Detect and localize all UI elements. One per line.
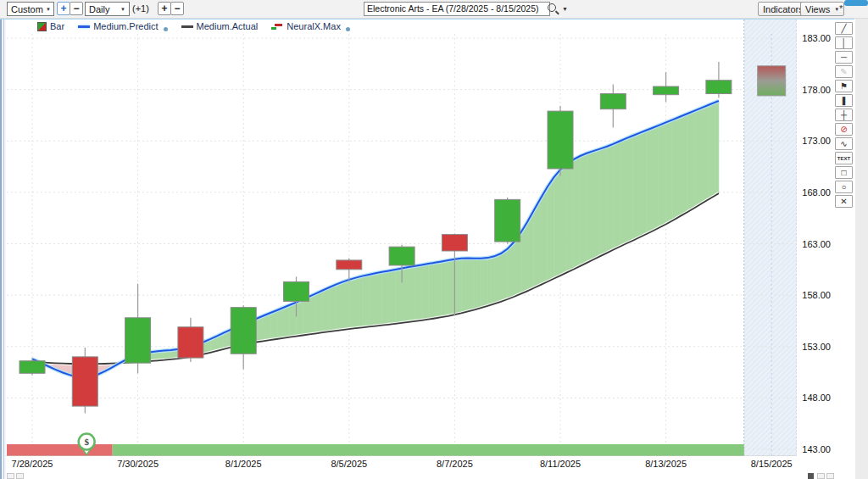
legend-label: Medium.Actual — [197, 21, 259, 31]
chevron-down-icon: ▼ — [46, 7, 51, 12]
bar-swatch-icon — [37, 22, 47, 31]
zoom-out-button[interactable]: − — [70, 2, 83, 15]
legend-item-medium-predict[interactable]: Medium.Predict — [78, 21, 167, 31]
horizontal-line-tool-icon[interactable]: ─ — [835, 51, 853, 64]
y-axis-label: 183.00 — [802, 33, 831, 43]
scroll-left-button[interactable] — [16, 473, 24, 479]
svg-text:$: $ — [84, 437, 89, 447]
vertical-line-tool-icon[interactable]: │ — [835, 36, 853, 49]
ellipse-tool-icon[interactable]: ○ — [835, 181, 853, 193]
delete-tool-icon[interactable]: ✕ — [835, 195, 853, 208]
legend-toggle-dot[interactable] — [164, 27, 168, 31]
range-combobox-value: Custom — [11, 4, 43, 14]
period-combobox[interactable]: Daily ▼ — [85, 2, 130, 16]
rectangle-tool-icon[interactable]: □ — [835, 166, 853, 179]
trendline-tool-icon[interactable]: ╱ — [835, 22, 853, 35]
x-axis-label: 8/7/2025 — [420, 459, 488, 469]
drawing-tools-palette: ╱│─✎⚑❚┼⊘∿TEXT□○✕ — [835, 22, 854, 208]
y-axis-label: 153.00 — [802, 342, 831, 352]
symbol-title-input[interactable]: Electronic Arts - EA (7/28/2025 - 8/15/2… — [364, 2, 550, 16]
neuralx-icon — [271, 23, 283, 31]
candlestick[interactable] — [72, 357, 97, 406]
candlestick[interactable] — [125, 318, 151, 363]
right-gutter — [855, 6, 868, 479]
candlestick[interactable] — [337, 260, 362, 270]
candlestick[interactable] — [600, 93, 626, 109]
candlestick[interactable] — [495, 199, 520, 242]
candlestick[interactable] — [284, 281, 309, 301]
candlestick[interactable] — [231, 308, 256, 354]
candlestick[interactable] — [654, 86, 679, 95]
legend-item-neuralx-max[interactable]: NeuralX.Max — [271, 21, 350, 31]
legend-label: Medium.Predict — [93, 21, 158, 31]
y-axis-label: 158.00 — [802, 290, 831, 300]
y-axis-label: 178.00 — [802, 85, 831, 95]
legend-label: NeuralX.Max — [287, 21, 341, 31]
chevron-down-icon: ▼ — [120, 7, 125, 12]
modified-indicator: * — [839, 3, 843, 14]
legend-item-bar[interactable]: Bar — [37, 21, 64, 31]
window-splitter[interactable] — [0, 0, 6, 479]
candlestick[interactable] — [389, 247, 415, 265]
chevron-down-icon[interactable]: ▼ — [562, 6, 568, 12]
candlestick[interactable] — [706, 81, 732, 94]
zoom-in-button[interactable]: + — [57, 2, 70, 15]
y-axis-label: 148.00 — [802, 393, 831, 403]
price-chart[interactable]: $ — [6, 19, 797, 456]
wave-tool-icon[interactable]: ∿ — [835, 137, 853, 150]
y-axis-label: 168.00 — [802, 187, 831, 198]
scroll-right-button[interactable] — [826, 473, 834, 479]
scroll-grip[interactable] — [808, 473, 814, 479]
range-combobox[interactable]: Custom ▼ — [7, 2, 54, 16]
chart-legend: BarMedium.PredictMedium.ActualNeuralX.Ma… — [37, 21, 350, 31]
search-icon[interactable] — [548, 3, 556, 12]
window-scroll-pill[interactable] — [844, 0, 868, 6]
price-gridlines — [7, 38, 797, 449]
x-axis-label: 7/28/2025 — [0, 459, 66, 469]
indicators-button-label: Indicators — [763, 4, 804, 14]
y-axis-label: 173.00 — [802, 136, 831, 146]
bar-back-button[interactable]: − — [170, 2, 184, 15]
predict-line-icon — [78, 25, 90, 28]
no-entry-tool-icon[interactable]: ⊘ — [835, 123, 853, 136]
x-axis-label: 8/11/2025 — [526, 459, 594, 469]
bar-forward-button[interactable]: + — [158, 2, 171, 15]
x-axis-label: 8/1/2025 — [209, 459, 277, 469]
scroll-left-button[interactable] — [7, 473, 14, 479]
signal-strip-bearish — [7, 444, 113, 456]
candlestick[interactable] — [548, 111, 573, 169]
flag-pointer-tool-icon[interactable]: ⚑ — [835, 80, 853, 92]
legend-label: Bar — [50, 21, 64, 31]
period-combobox-value: Daily — [89, 4, 109, 14]
candlestick[interactable] — [19, 361, 45, 374]
actual-line-icon — [181, 25, 193, 28]
crosshair-tool-icon[interactable]: ┼ — [835, 109, 853, 121]
legend-item-medium-actual[interactable]: Medium.Actual — [181, 21, 259, 31]
y-axis-label: 163.00 — [802, 239, 831, 249]
top-toolbar: Custom ▼ + − Daily ▼ (+1) + − Electronic… — [0, 0, 868, 19]
views-button-label: Views — [805, 4, 830, 14]
scroll-right-button[interactable] — [817, 473, 825, 479]
candlestick[interactable] — [178, 327, 203, 358]
candlestick[interactable] — [442, 235, 467, 251]
signal-strip-bullish — [113, 444, 744, 456]
text-tool-icon[interactable]: TEXT — [835, 152, 853, 164]
candle-marker-tool-icon[interactable]: ❚ — [835, 94, 853, 107]
x-axis: 7/28/20257/30/20258/1/20258/5/20258/7/20… — [6, 458, 797, 471]
x-axis-label: 7/30/2025 — [104, 459, 172, 469]
x-axis-label: 8/15/2025 — [737, 459, 805, 469]
x-axis-label: 8/13/2025 — [632, 459, 700, 469]
x-axis-label: 8/5/2025 — [315, 459, 383, 469]
offset-label: (+1) — [132, 3, 149, 14]
y-axis-label: 143.00 — [802, 444, 831, 454]
pencil-tool-icon[interactable]: ✎ — [835, 65, 853, 78]
forecast-candle[interactable] — [758, 66, 786, 96]
legend-toggle-dot[interactable] — [346, 27, 350, 31]
views-button[interactable]: Views ▼ — [800, 2, 844, 16]
